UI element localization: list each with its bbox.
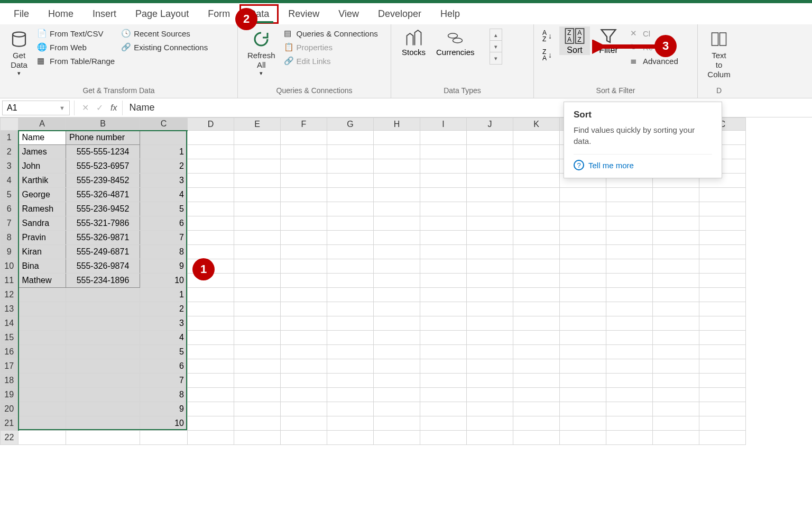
row-header[interactable]: 16 (1, 345, 19, 359)
cell[interactable] (281, 202, 327, 216)
cell[interactable] (374, 416, 420, 431)
column-header[interactable]: A (19, 118, 66, 131)
column-header[interactable]: D (188, 118, 234, 131)
cell[interactable] (653, 188, 699, 202)
cell[interactable] (188, 231, 234, 245)
row-header[interactable]: 22 (1, 431, 19, 445)
cell[interactable] (327, 431, 374, 445)
row-header[interactable]: 14 (1, 316, 19, 331)
cell[interactable] (281, 374, 327, 388)
cell[interactable] (467, 388, 513, 402)
cell[interactable] (327, 188, 374, 202)
cell[interactable] (513, 388, 560, 402)
row-header[interactable]: 3 (1, 159, 19, 174)
cell[interactable] (560, 431, 606, 445)
cell[interactable] (653, 388, 699, 402)
column-header[interactable]: G (327, 118, 374, 131)
cell[interactable] (513, 216, 560, 231)
cell[interactable] (281, 274, 327, 288)
menu-view[interactable]: View (329, 4, 368, 24)
cell[interactable] (327, 274, 374, 288)
cell[interactable]: 555-236-9452 (66, 202, 140, 216)
cell[interactable] (19, 416, 66, 431)
cell[interactable] (234, 245, 281, 259)
cell[interactable] (420, 259, 467, 274)
cell[interactable] (653, 402, 699, 416)
cell[interactable] (188, 245, 234, 259)
cell[interactable] (281, 402, 327, 416)
cell[interactable] (281, 245, 327, 259)
cell[interactable] (606, 388, 653, 402)
cell[interactable] (234, 345, 281, 359)
cell[interactable] (467, 131, 513, 145)
cell[interactable] (560, 302, 606, 316)
text-to-columns-button[interactable]: Text to Colum (702, 26, 736, 83)
cell[interactable] (188, 145, 234, 159)
cell[interactable] (327, 331, 374, 345)
cell[interactable] (374, 174, 420, 188)
cell[interactable] (560, 188, 606, 202)
cell[interactable] (234, 416, 281, 431)
cell[interactable] (513, 188, 560, 202)
cell[interactable] (374, 159, 420, 174)
menu-help[interactable]: Help (431, 4, 469, 24)
cell[interactable] (234, 388, 281, 402)
cell[interactable] (281, 416, 327, 431)
cell[interactable] (699, 259, 746, 274)
cell[interactable] (234, 259, 281, 274)
cell[interactable] (560, 402, 606, 416)
sort-button[interactable]: ZAAZ Sort (559, 26, 590, 55)
cell[interactable]: 555-326-4871 (66, 188, 140, 202)
cell[interactable] (560, 274, 606, 288)
menu-file[interactable]: File (4, 4, 39, 24)
cell[interactable] (327, 174, 374, 188)
cell[interactable] (327, 388, 374, 402)
cell[interactable] (374, 331, 420, 345)
cell[interactable] (420, 359, 467, 374)
cell[interactable] (66, 316, 140, 331)
menu-formulas[interactable]: Form (198, 4, 239, 24)
cell[interactable] (467, 288, 513, 302)
cell[interactable] (560, 216, 606, 231)
cell[interactable]: 8 (140, 245, 188, 259)
cell[interactable]: 555-249-6871 (66, 245, 140, 259)
cell[interactable] (19, 316, 66, 331)
cell[interactable] (420, 188, 467, 202)
cell[interactable]: 7 (140, 231, 188, 245)
column-header[interactable]: J (467, 118, 513, 131)
advanced-filter-button[interactable]: ≣Advanced (630, 56, 678, 66)
cell[interactable] (513, 288, 560, 302)
cell[interactable]: 3 (140, 174, 188, 188)
cell[interactable] (513, 202, 560, 216)
cell[interactable] (653, 316, 699, 331)
cell[interactable]: 2 (140, 159, 188, 174)
cell[interactable] (374, 216, 420, 231)
enter-icon[interactable]: ✓ (96, 103, 103, 113)
expand-icon[interactable]: ▾ (490, 52, 502, 64)
cell[interactable] (327, 145, 374, 159)
cell[interactable] (281, 388, 327, 402)
cell[interactable] (188, 159, 234, 174)
cell[interactable] (420, 431, 467, 445)
cell[interactable] (653, 259, 699, 274)
column-header[interactable]: F (281, 118, 327, 131)
cell[interactable] (281, 174, 327, 188)
cell[interactable]: 555-555-1234 (66, 145, 140, 159)
cell[interactable] (234, 302, 281, 316)
cell[interactable] (467, 402, 513, 416)
cell[interactable] (188, 416, 234, 431)
row-header[interactable]: 1 (1, 131, 19, 145)
cell[interactable]: 10 (140, 274, 188, 288)
cell[interactable] (66, 431, 140, 445)
menu-review[interactable]: Review (279, 4, 329, 24)
cell[interactable] (327, 231, 374, 245)
cell[interactable] (420, 288, 467, 302)
cell[interactable]: George (19, 188, 66, 202)
cell[interactable] (19, 374, 66, 388)
cell[interactable] (420, 302, 467, 316)
cell[interactable] (188, 202, 234, 216)
cell[interactable] (188, 331, 234, 345)
from-web-button[interactable]: 🌐From Web (37, 42, 115, 52)
cell[interactable] (653, 359, 699, 374)
cell[interactable] (699, 374, 746, 388)
